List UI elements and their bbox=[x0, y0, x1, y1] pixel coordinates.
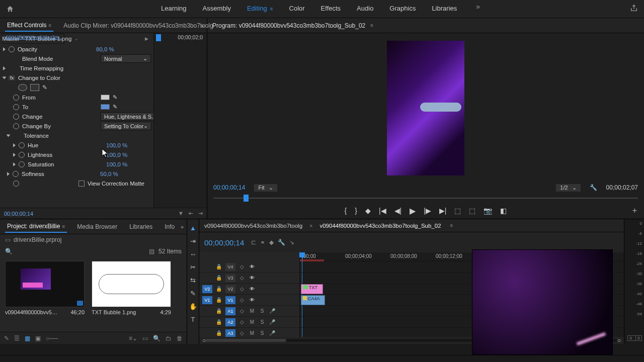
tab-graphics[interactable]: Graphics bbox=[388, 3, 417, 15]
trash-icon[interactable]: 🗑 bbox=[177, 335, 183, 342]
from-swatch[interactable] bbox=[101, 95, 110, 100]
solo-right-button[interactable]: S bbox=[635, 335, 642, 341]
panel-overflow-icon[interactable]: » bbox=[201, 23, 204, 29]
tab-effects[interactable]: Effects bbox=[320, 3, 342, 15]
stopwatch-icon[interactable] bbox=[9, 46, 15, 52]
panel-menu-icon[interactable]: ≡ bbox=[48, 23, 51, 28]
panel-menu-icon[interactable]: ≡ bbox=[370, 23, 373, 28]
ec-footer-timecode[interactable]: 00;00;00;14 bbox=[4, 211, 33, 217]
tab-audio-clip-mixer[interactable]: Audio Clip Mixer: v09044f80000bvv543co3m… bbox=[61, 20, 215, 31]
sort-icon[interactable]: ≡⌄ bbox=[129, 335, 137, 342]
eyedropper-icon[interactable]: ✎ bbox=[113, 104, 117, 110]
track-header-v1[interactable]: V1🔒V1◇👁 bbox=[199, 295, 299, 306]
resolution-dropdown[interactable]: 1/2⌄ bbox=[556, 184, 580, 192]
tab-libraries[interactable]: Libraries bbox=[127, 221, 154, 232]
step-back-icon[interactable]: ◀| bbox=[394, 207, 402, 215]
playhead-icon[interactable] bbox=[244, 195, 249, 202]
mark-in-icon[interactable]: { bbox=[345, 207, 347, 215]
ellipse-mask-button[interactable] bbox=[18, 84, 27, 91]
panel-menu-icon[interactable]: ≡ bbox=[62, 224, 65, 229]
wrench-icon[interactable]: ↘ bbox=[289, 239, 294, 246]
timeline-timecode[interactable]: 00;00;00;14 bbox=[204, 238, 244, 247]
panel-menu-icon[interactable]: ≡ bbox=[450, 223, 453, 228]
track-header-v3[interactable]: 🔒V3◇👁 bbox=[199, 273, 299, 284]
stopwatch-icon[interactable] bbox=[13, 123, 19, 129]
disclosure-open-icon[interactable] bbox=[7, 134, 11, 137]
project-search-input[interactable] bbox=[17, 247, 145, 255]
hand-tool-icon[interactable]: ✋ bbox=[189, 302, 198, 311]
list-view-icon[interactable]: ☰ bbox=[14, 335, 20, 342]
stopwatch-icon[interactable] bbox=[13, 114, 19, 120]
tab-assembly[interactable]: Assembly bbox=[202, 3, 232, 15]
disclosure-icon[interactable] bbox=[3, 47, 6, 51]
lift-icon[interactable]: ⬚ bbox=[454, 207, 461, 215]
snap-icon[interactable]: ⊏ bbox=[251, 239, 256, 246]
ec-playhead-icon[interactable] bbox=[156, 34, 161, 41]
stopwatch-icon[interactable] bbox=[19, 161, 25, 167]
stopwatch-icon[interactable] bbox=[13, 171, 19, 177]
step-back-icon[interactable]: ⇤ bbox=[189, 210, 193, 217]
stopwatch-icon[interactable] bbox=[13, 95, 19, 101]
stopwatch-icon[interactable] bbox=[13, 180, 19, 187]
step-fwd-icon[interactable]: |▶ bbox=[424, 207, 431, 215]
opacity-value[interactable]: 80,0 % bbox=[96, 46, 151, 52]
tab-color[interactable]: Color bbox=[288, 3, 306, 15]
tab-audio[interactable]: Audio bbox=[356, 3, 374, 15]
eyedropper-icon[interactable]: ✎ bbox=[113, 94, 117, 101]
home-icon[interactable] bbox=[6, 5, 14, 13]
close-tab-icon[interactable]: × bbox=[309, 223, 312, 229]
track-header-v2[interactable]: V2🔒V2◇👁 bbox=[199, 284, 299, 295]
freeform-icon[interactable]: ▣ bbox=[35, 335, 41, 342]
search-icon[interactable]: 🔍 bbox=[5, 248, 13, 255]
disclosure-icon[interactable] bbox=[13, 153, 16, 157]
track-header-a2[interactable]: 🔒A2◇MS🎤 bbox=[199, 317, 299, 328]
play-icon[interactable]: ▶ bbox=[145, 36, 148, 41]
stopwatch-icon[interactable] bbox=[19, 152, 25, 158]
ripple-tool-icon[interactable]: ↔ bbox=[189, 249, 198, 258]
track-header-v4[interactable]: 🔒V4◇👁 bbox=[199, 261, 299, 273]
tab-learning[interactable]: Learning bbox=[160, 3, 188, 15]
go-to-out-icon[interactable]: ▶| bbox=[439, 207, 447, 215]
blend-mode-dropdown[interactable]: Normal⌄ bbox=[101, 54, 151, 63]
new-item-icon[interactable]: ✎ bbox=[4, 335, 9, 342]
chevron-down-icon[interactable]: ⌄ bbox=[74, 36, 78, 41]
sequence-tab[interactable]: v09044f80000bvv543co3mb3bo7toolg_Sub_02 bbox=[319, 223, 441, 229]
stopwatch-icon[interactable] bbox=[19, 142, 25, 148]
marker-icon[interactable]: ◆ bbox=[269, 239, 274, 246]
view-matte-checkbox[interactable] bbox=[78, 180, 85, 187]
pen-tool-icon[interactable]: ✎ bbox=[189, 289, 198, 298]
pen-mask-icon[interactable]: ✎ bbox=[42, 84, 47, 91]
ec-keyframe-track[interactable]: 00;00;02;0 bbox=[153, 33, 207, 208]
new-bin-icon[interactable]: 🗀 bbox=[166, 335, 172, 342]
track-select-tool-icon[interactable]: ⇥ bbox=[189, 236, 198, 245]
stopwatch-icon[interactable] bbox=[13, 104, 19, 110]
ec-clip-link[interactable]: v09044f80000bvv543co3m... bbox=[2, 34, 64, 44]
bin-item[interactable]: TXT Bubble 1.png4;29 bbox=[92, 261, 171, 328]
track-header-a1[interactable]: 🔒A1◇MS🎤 bbox=[199, 306, 299, 317]
softness-value[interactable]: 50,0 % bbox=[100, 171, 155, 177]
type-tool-icon[interactable]: T bbox=[189, 315, 198, 324]
export-frame-icon[interactable]: 📷 bbox=[484, 207, 492, 215]
tab-info[interactable]: Info bbox=[163, 221, 177, 232]
clip-video[interactable]: CA4A bbox=[301, 295, 325, 305]
program-monitor-viewport[interactable] bbox=[207, 33, 644, 183]
sequence-tab[interactable]: v09044f80000bvv543co3mb3bo7toolg bbox=[204, 223, 302, 229]
rect-mask-button[interactable] bbox=[30, 84, 39, 91]
chevron-lines-icon[interactable]: ≡ bbox=[270, 6, 273, 12]
tab-libraries[interactable]: Libraries bbox=[431, 3, 458, 15]
slip-tool-icon[interactable]: ⇆ bbox=[189, 276, 198, 285]
button-editor-icon[interactable]: + bbox=[632, 206, 637, 215]
find-icon[interactable]: 🔍 bbox=[153, 335, 160, 342]
comparison-icon[interactable]: ◧ bbox=[500, 207, 507, 215]
panel-overflow-icon[interactable]: » bbox=[181, 224, 184, 230]
disclosure-icon[interactable] bbox=[3, 66, 6, 70]
mark-out-icon[interactable]: } bbox=[355, 207, 357, 215]
track-header-a3[interactable]: 🔒A3◇MS🎤 bbox=[199, 328, 299, 337]
list-view-icon[interactable]: ▤ bbox=[149, 248, 154, 255]
wrench-icon[interactable]: 🔧 bbox=[590, 184, 597, 191]
sequence-thumbnail[interactable] bbox=[5, 261, 85, 307]
step-fwd-icon[interactable]: ⇥ bbox=[198, 210, 203, 217]
add-marker-icon[interactable]: ◆ bbox=[365, 207, 371, 215]
disclosure-icon[interactable] bbox=[13, 162, 16, 166]
tab-media-browser[interactable]: Media Browser bbox=[75, 221, 119, 232]
